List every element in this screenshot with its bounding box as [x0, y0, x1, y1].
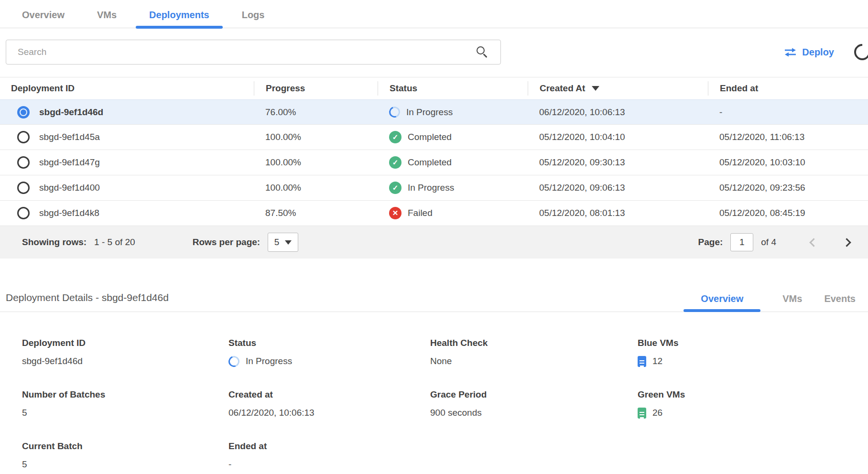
vm-blue-icon	[638, 356, 646, 367]
field-label: Deployment ID	[22, 338, 228, 348]
field-value: 5	[22, 407, 228, 419]
field-current-batch: Current Batch 5	[22, 441, 228, 471]
field-label: Health Check	[430, 338, 638, 348]
ended-at-value: 05/12/2020, 11:06:13	[708, 132, 868, 142]
field-value: None	[430, 355, 638, 367]
field-status: Status In Progress	[228, 338, 430, 367]
refresh-icon[interactable]	[851, 41, 868, 64]
field-grace-period: Grace Period 900 seconds	[430, 389, 638, 419]
deployment-id: sbgd-9ef1d4k8	[39, 208, 99, 218]
deployment-id: sbgd-9ef1d46d	[39, 107, 103, 118]
rows-per-page-select[interactable]: 5	[268, 233, 298, 252]
field-label: Blue VMs	[638, 338, 868, 348]
field-label: Number of Batches	[22, 389, 228, 400]
table-row[interactable]: sbgd-9ef1d45a 100.00% Completed 05/12/20…	[0, 125, 868, 150]
field-value: 12	[652, 356, 662, 366]
page-total-label: of 4	[761, 237, 776, 248]
field-value: In Progress	[246, 356, 292, 366]
column-header-created-at-label: Created At	[540, 83, 585, 94]
field-label: Grace Period	[430, 389, 638, 400]
table-row[interactable]: sbgd-9ef1d4k8 87.50% Failed 05/12/2020, …	[0, 201, 868, 226]
created-at-value: 06/12/2020, 10:06:13	[528, 107, 708, 118]
status-label: Completed	[408, 132, 452, 142]
search-box	[6, 40, 501, 65]
status-completed-icon	[389, 156, 401, 169]
field-value: 900 seconds	[430, 407, 638, 419]
showing-rows-value: 1 - 5 of 20	[94, 237, 135, 248]
progress-value: 100.00%	[254, 183, 378, 193]
rows-per-page-label: Rows per page:	[193, 237, 260, 248]
tab-logs[interactable]: Logs	[228, 7, 278, 28]
created-at-value: 05/12/2020, 09:30:13	[528, 157, 708, 168]
swap-arrows-icon	[784, 48, 797, 57]
row-radio[interactable]	[17, 156, 30, 169]
status-in-progress-icon	[227, 354, 241, 369]
row-radio[interactable]	[17, 131, 30, 143]
previous-page-icon[interactable]	[809, 238, 818, 247]
progress-value: 100.00%	[254, 157, 378, 168]
table-footer: Showing rows: 1 - 5 of 20 Rows per page:…	[0, 226, 868, 259]
field-label: Green VMs	[638, 389, 868, 400]
field-label: Created at	[228, 389, 430, 400]
column-header-created-at[interactable]: Created At	[528, 81, 708, 96]
progress-value: 100.00%	[254, 132, 378, 142]
progress-value: 87.50%	[254, 208, 378, 218]
page-number-input[interactable]	[730, 233, 753, 251]
column-header-ended-at[interactable]: Ended at	[708, 81, 868, 96]
field-value: sbgd-9ef1d46d	[22, 355, 228, 367]
status-label: Completed	[408, 157, 452, 168]
field-created-at: Created at 06/12/2020, 10:06:13	[228, 389, 430, 419]
deployment-id: sbgd-9ef1d400	[39, 183, 100, 193]
details-tab-vms[interactable]: VMs	[782, 293, 802, 312]
deployment-id: sbgd-9ef1d45a	[39, 132, 100, 142]
created-at-value: 05/12/2020, 08:01:13	[528, 208, 708, 218]
tab-overview[interactable]: Overview	[9, 7, 78, 28]
column-header-progress[interactable]: Progress	[254, 81, 378, 96]
search-icon[interactable]	[477, 46, 485, 54]
deployments-page: Overview VMs Deployments Logs Deploy	[0, 0, 868, 474]
details-tab-overview[interactable]: Overview	[684, 293, 760, 312]
deploy-button[interactable]: Deploy	[784, 47, 834, 58]
next-page-icon[interactable]	[842, 238, 851, 247]
details-header: Deployment Details - sbgd-9ef1d46d Overv…	[0, 292, 868, 312]
field-label: Ended at	[228, 441, 430, 452]
toolbar: Deploy	[6, 40, 862, 65]
rows-per-page-value: 5	[274, 237, 280, 248]
page-label: Page:	[698, 237, 723, 248]
field-health-check: Health Check None	[430, 338, 638, 367]
table-row[interactable]: sbgd-9ef1d47g 100.00% Completed 05/12/20…	[0, 150, 868, 175]
deploy-button-label: Deploy	[802, 47, 834, 58]
field-value: -	[228, 458, 430, 471]
pagination: Page: of 4	[698, 233, 857, 251]
sort-desc-icon	[592, 86, 599, 91]
column-header-deployment-id[interactable]: Deployment ID	[0, 81, 254, 96]
field-blue-vms: Blue VMs 12	[638, 338, 868, 367]
main-tab-bar: Overview VMs Deployments Logs	[0, 0, 868, 28]
dropdown-arrow-icon	[285, 240, 292, 245]
created-at-value: 05/12/2020, 09:06:13	[528, 183, 708, 193]
status-in-progress-icon	[387, 105, 402, 119]
row-radio[interactable]	[17, 182, 30, 194]
deployments-table: Deployment ID Progress Status Created At…	[0, 77, 868, 259]
row-radio-selected[interactable]	[17, 106, 30, 118]
toolbar-actions: Deploy	[784, 44, 868, 60]
created-at-value: 05/12/2020, 10:04:10	[528, 132, 708, 142]
table-header-row: Deployment ID Progress Status Created At…	[0, 77, 868, 99]
table-row[interactable]: sbgd-9ef1d400 100.00% In Progress 05/12/…	[0, 175, 868, 201]
search-input[interactable]	[6, 40, 501, 65]
status-label: In Progress	[408, 183, 454, 193]
field-deployment-id: Deployment ID sbgd-9ef1d46d	[22, 338, 228, 367]
details-title: Deployment Details - sbgd-9ef1d46d	[6, 292, 169, 312]
field-value: 5	[22, 458, 228, 471]
tab-vms[interactable]: VMs	[84, 7, 130, 28]
showing-rows-label: Showing rows:	[22, 237, 87, 248]
table-row[interactable]: sbgd-9ef1d46d 76.00% In Progress 06/12/2…	[0, 99, 868, 125]
field-label: Current Batch	[22, 441, 228, 452]
column-header-status[interactable]: Status	[378, 81, 528, 96]
row-radio[interactable]	[17, 207, 30, 219]
status-completed-icon	[389, 131, 401, 143]
tab-deployments[interactable]: Deployments	[136, 7, 223, 28]
details-tab-events[interactable]: Events	[824, 293, 856, 312]
status-label: Failed	[408, 208, 433, 218]
field-number-of-batches: Number of Batches 5	[22, 389, 228, 419]
